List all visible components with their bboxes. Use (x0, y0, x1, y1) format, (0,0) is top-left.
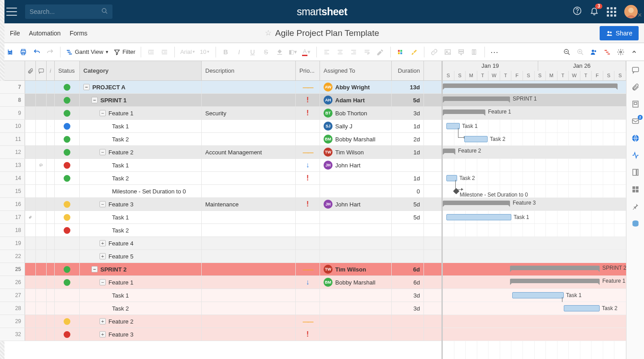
gantt-bar[interactable]: SPRINT 1 (443, 96, 510, 101)
expand-button[interactable]: + (99, 253, 106, 259)
attach-cell[interactable] (25, 133, 36, 145)
expand-button[interactable]: − (91, 266, 98, 272)
bold-icon[interactable]: B (220, 46, 232, 58)
assigned-cell[interactable] (320, 172, 392, 184)
priority-header[interactable]: Prio... (296, 61, 320, 80)
status-cell[interactable] (55, 198, 80, 210)
description-cell[interactable] (202, 159, 296, 171)
gantt-row[interactable]: SPRINT 1 (443, 94, 626, 107)
status-cell[interactable] (55, 107, 80, 119)
attach-cell[interactable] (25, 276, 36, 289)
menu-icon[interactable] (6, 8, 17, 16)
info-cell[interactable] (47, 224, 55, 236)
duration-cell[interactable] (392, 328, 424, 341)
gantt-row[interactable]: Task 1 (443, 289, 626, 302)
format-panel-icon[interactable] (631, 185, 640, 194)
category-cell[interactable]: +Feature 3 (80, 328, 202, 341)
assigned-cell[interactable]: BTBob Thorton (320, 107, 392, 119)
priority-cell[interactable]: —— (296, 146, 320, 158)
proof-panel-icon[interactable] (631, 100, 640, 109)
expand-button[interactable]: − (99, 110, 106, 116)
expand-button[interactable]: − (99, 149, 106, 155)
expand-button[interactable]: + (99, 331, 106, 337)
table-row[interactable]: 12−Feature 2Account Management——TWTim Wi… (0, 146, 441, 159)
comments-panel-icon[interactable] (631, 66, 640, 74)
assigned-cell[interactable]: AWAbby Wright (320, 81, 392, 93)
summary-panel-icon[interactable] (631, 168, 640, 177)
category-cell[interactable]: Task 2 (80, 133, 202, 145)
duration-cell[interactable]: 0 (392, 185, 424, 197)
notifications-icon[interactable]: 3 (590, 6, 599, 18)
gantt-bar[interactable]: Task 1 (446, 214, 511, 220)
info-cell[interactable] (47, 328, 55, 341)
description-cell[interactable]: Security (202, 107, 296, 119)
zoom-in-icon[interactable] (574, 46, 587, 58)
comment-cell[interactable] (36, 159, 47, 171)
category-cell[interactable]: −Feature 1 (80, 276, 202, 289)
description-cell[interactable] (202, 250, 296, 263)
priority-cell[interactable]: —— (296, 315, 320, 328)
italic-icon[interactable]: I (233, 46, 246, 58)
assigned-cell[interactable]: JHJohn Hart (320, 159, 392, 171)
description-cell[interactable] (202, 315, 296, 328)
update-request-icon[interactable]: 2 (631, 117, 640, 126)
close-icon[interactable]: ✕ (637, 12, 642, 18)
comment-cell[interactable] (36, 185, 47, 197)
priority-cell[interactable]: ! (296, 107, 320, 119)
info-cell[interactable] (47, 302, 55, 315)
duration-header[interactable]: Duration (392, 61, 424, 80)
priority-cell[interactable] (296, 133, 320, 145)
info-cell[interactable] (47, 133, 55, 145)
strike-icon[interactable]: S (260, 46, 272, 58)
gantt-row[interactable]: Task 2 (443, 133, 626, 146)
priority-cell[interactable] (296, 185, 320, 197)
gantt-row[interactable] (443, 81, 626, 94)
assigned-cell[interactable]: SJSally J (320, 120, 392, 132)
table-row[interactable]: 14Task 2!1d (0, 172, 441, 185)
duration-cell[interactable] (392, 315, 424, 328)
wrap-icon[interactable] (361, 46, 373, 58)
expand-button[interactable]: + (99, 240, 106, 246)
duration-cell[interactable]: 6d (392, 276, 424, 289)
align-left-icon[interactable] (320, 46, 333, 58)
table-row[interactable]: 29+Feature 2—— (0, 315, 441, 328)
table-row[interactable]: 19+Feature 4 (0, 237, 441, 250)
assigned-cell[interactable] (320, 250, 392, 263)
category-cell[interactable]: Task 2 (80, 224, 202, 236)
duration-cell[interactable]: 5d (392, 94, 424, 106)
gantt-row[interactable]: Feature 1 (443, 107, 626, 120)
status-cell[interactable] (55, 146, 80, 158)
view-dropdown[interactable]: Gantt View ▼ (64, 46, 111, 58)
gantt-row[interactable]: SPRINT 2 (443, 263, 626, 276)
activity-panel-icon[interactable] (631, 151, 640, 160)
category-cell[interactable]: +Feature 4 (80, 237, 202, 250)
gantt-bar[interactable]: Feature 2 (443, 149, 455, 153)
status-cell[interactable] (55, 250, 80, 263)
indent-icon[interactable] (158, 46, 171, 58)
format-icon[interactable] (374, 46, 387, 58)
highlight-icon[interactable] (408, 46, 420, 58)
pinned-panel-icon[interactable] (631, 202, 640, 211)
priority-cell[interactable]: ! (296, 94, 320, 106)
table-row[interactable]: 32+Feature 3! (0, 328, 441, 341)
duration-cell[interactable]: 1d (392, 172, 424, 184)
gantt-row[interactable]: Task 2 (443, 172, 626, 185)
gantt-milestone[interactable]: Milestone - Set Duration to 0 (453, 188, 459, 194)
gantt-bar[interactable]: Feature 1 (443, 109, 485, 114)
category-cell[interactable]: −Feature 2 (80, 146, 202, 158)
priority-cell[interactable]: ! (296, 198, 320, 210)
attach-cell[interactable] (25, 315, 36, 328)
assigned-cell[interactable]: TWTim Wilson (320, 146, 392, 158)
gantt-bar[interactable]: Feature 3 (443, 201, 510, 205)
text-color-icon[interactable]: A▾ (300, 46, 313, 58)
status-cell[interactable] (55, 185, 80, 197)
description-cell[interactable] (202, 133, 296, 145)
comment-cell[interactable] (36, 81, 47, 93)
comment-header[interactable] (36, 61, 47, 80)
priority-cell[interactable]: ! (296, 328, 320, 341)
category-cell[interactable]: −Feature 1 (80, 107, 202, 119)
gantt-row[interactable]: Task 1 (443, 211, 626, 224)
table-row[interactable]: 22+Feature 5 (0, 250, 441, 263)
table-row[interactable]: 25−SPRINT 2——TWTim Wilson6d (0, 263, 441, 276)
fill-color-icon[interactable] (273, 46, 286, 58)
